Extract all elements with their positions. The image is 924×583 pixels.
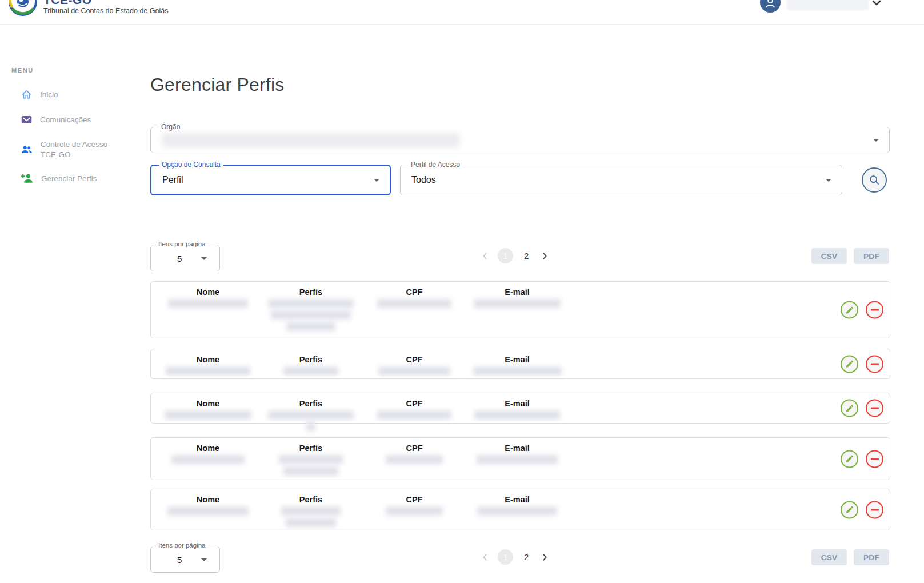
redacted-value: [473, 366, 562, 376]
chevron-right-icon[interactable]: [539, 552, 550, 562]
orgao-value-redacted: [162, 133, 459, 147]
paginator: 1 2: [480, 549, 550, 565]
sidebar-item-label: Comunicações: [40, 115, 91, 125]
minus-icon: [871, 458, 879, 460]
pencil-icon: [845, 505, 854, 514]
current-page-button[interactable]: 1: [498, 248, 513, 263]
redacted-value: [271, 310, 351, 320]
sidebar-item-controle-de-acesso[interactable]: Controle de Acesso TCE-GO: [21, 139, 126, 159]
brand-block: TCE-GO Tribunal de Contas do Estado de G…: [43, 0, 168, 15]
redacted-value: [477, 455, 558, 464]
remove-row-button[interactable]: [866, 400, 883, 417]
edit-row-button[interactable]: [841, 355, 858, 373]
page-title: Gerenciar Perfis: [150, 74, 284, 95]
redacted-value: [306, 422, 315, 431]
remove-row-button[interactable]: [866, 301, 883, 319]
sidebar-item-label: Gerenciar Perfis: [41, 174, 97, 184]
column-header: Nome: [197, 444, 219, 453]
redacted-value: [283, 366, 338, 376]
chevron-down-icon[interactable]: [871, 0, 882, 9]
sidebar-menu-label: MENU: [11, 67, 34, 74]
user-name-redacted[interactable]: [787, 0, 869, 10]
redacted-value: [477, 506, 557, 516]
redacted-value: [279, 455, 343, 464]
table-row: NomePerfisCPFE-mail: [150, 489, 890, 530]
items-per-page-select[interactable]: Itens por página 5: [150, 546, 220, 573]
chevron-left-icon[interactable]: [480, 552, 490, 562]
sidebar-item-gerenciar-perfis[interactable]: Gerenciar Perfis: [21, 172, 97, 185]
orgao-select[interactable]: Órgão: [150, 127, 890, 153]
minus-icon: [871, 408, 879, 409]
column-header: Perfis: [299, 355, 322, 364]
person-add-icon: [21, 172, 34, 185]
export-csv-button[interactable]: CSV: [811, 549, 847, 565]
pencil-icon: [845, 404, 854, 413]
remove-row-button[interactable]: [866, 501, 883, 518]
redacted-value: [281, 506, 341, 516]
column-header: Nome: [197, 399, 219, 408]
column-header: E-mail: [505, 355, 530, 364]
page-2-button[interactable]: 2: [521, 552, 532, 562]
items-per-page-label: Itens por página: [156, 241, 207, 247]
redacted-value: [474, 299, 561, 308]
table-row: NomePerfisCPFE-mail: [150, 349, 890, 379]
perfil-acesso-label: Perfil de Acesso: [408, 161, 463, 169]
export-pdf-button[interactable]: PDF: [854, 248, 889, 264]
column-header: CPF: [406, 495, 423, 504]
edit-row-button[interactable]: [841, 501, 858, 518]
redacted-value: [268, 299, 354, 308]
edit-row-button[interactable]: [841, 450, 858, 468]
dropdown-arrow-icon: [374, 179, 379, 182]
redacted-value: [386, 506, 443, 516]
export-pdf-button[interactable]: PDF: [854, 549, 889, 565]
redacted-value: [377, 410, 451, 420]
minus-icon: [871, 509, 879, 510]
orgao-label: Órgão: [158, 123, 183, 131]
column-header: E-mail: [505, 444, 530, 453]
search-button[interactable]: [862, 167, 887, 193]
table-row: NomePerfisCPFE-mail: [150, 437, 890, 480]
table-row: NomePerfisCPFE-mail: [150, 281, 890, 338]
remove-row-button[interactable]: [866, 355, 883, 373]
pencil-icon: [845, 454, 854, 464]
items-per-page-select[interactable]: Itens por página 5: [150, 245, 220, 271]
minus-icon: [871, 309, 879, 311]
chevron-right-icon[interactable]: [539, 251, 550, 261]
remove-row-button[interactable]: [866, 450, 883, 468]
redacted-value: [165, 410, 251, 420]
current-page-button[interactable]: 1: [498, 549, 513, 565]
tce-go-logo: [8, 0, 38, 17]
redacted-value: [378, 366, 450, 376]
sidebar-item-inicio[interactable]: Inicio: [21, 89, 58, 101]
dropdown-arrow-icon: [201, 257, 207, 260]
perfil-acesso-select[interactable]: Perfil de Acesso Todos: [400, 165, 842, 195]
user-avatar[interactable]: [760, 0, 781, 13]
dropdown-arrow-icon: [873, 139, 879, 142]
column-header: Perfis: [299, 399, 322, 408]
column-header: Perfis: [299, 495, 322, 504]
redacted-value: [474, 410, 560, 420]
opcao-consulta-value: Perfil: [162, 175, 183, 185]
export-csv-button[interactable]: CSV: [811, 248, 847, 264]
items-per-page-value: 5: [177, 554, 182, 564]
pencil-icon: [845, 305, 854, 314]
items-per-page-label: Itens por página: [156, 542, 207, 549]
column-header: Perfis: [299, 444, 322, 453]
sidebar-item-label: Inicio: [40, 90, 58, 100]
sidebar-item-comunicacoes[interactable]: Comunicações: [21, 114, 91, 126]
edit-row-button[interactable]: [841, 400, 858, 417]
chevron-left-icon[interactable]: [480, 251, 490, 261]
opcao-consulta-label: Opção de Consulta: [159, 161, 223, 169]
column-header: E-mail: [505, 287, 530, 297]
opcao-consulta-select[interactable]: Opção de Consulta Perfil: [150, 165, 391, 195]
items-per-page-value: 5: [177, 253, 182, 263]
edit-row-button[interactable]: [841, 301, 858, 319]
column-header: CPF: [406, 399, 423, 408]
page-2-button[interactable]: 2: [521, 251, 532, 261]
paginator: 1 2: [480, 248, 550, 263]
redacted-value: [168, 299, 248, 308]
redacted-value: [386, 455, 443, 464]
table-row: NomePerfisCPFE-mail: [150, 393, 890, 424]
redacted-value: [268, 410, 354, 420]
redacted-value: [283, 466, 338, 476]
